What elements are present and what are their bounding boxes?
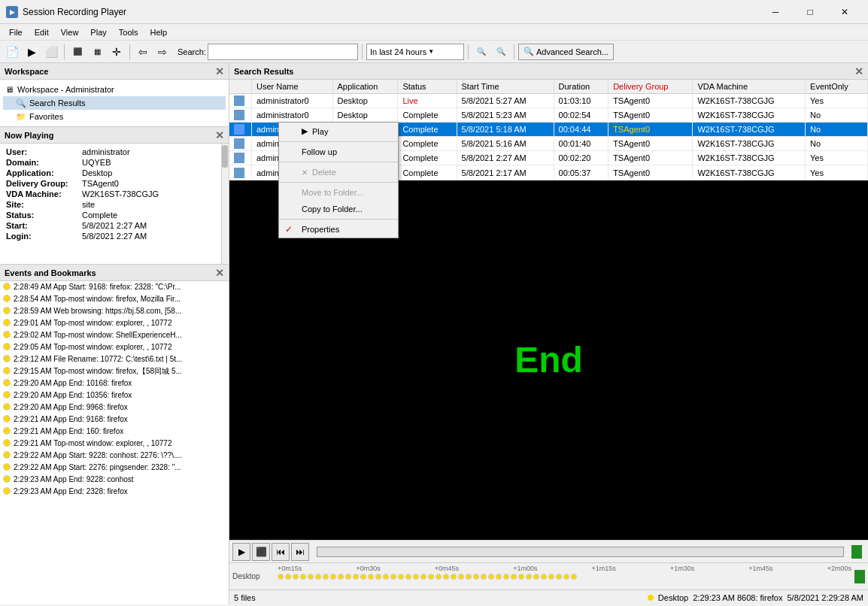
minimize-button[interactable]: ─ xyxy=(758,0,793,24)
toolbar-btn-8[interactable]: ⇨ xyxy=(153,43,171,61)
tree-label-workspace: Workspace - Administrator xyxy=(17,85,114,94)
workspace-close-button[interactable]: ✕ xyxy=(215,65,224,77)
timeline-dot xyxy=(300,574,306,580)
fast-forward-button[interactable]: ⏭ xyxy=(291,543,309,561)
workspace-title: Workspace xyxy=(5,67,49,76)
now-playing-scrollbar[interactable] xyxy=(221,144,229,264)
search-input[interactable] xyxy=(208,44,358,60)
list-item[interactable]: 2:29:23 AM App End: 9228: conhost xyxy=(0,474,229,486)
table-row[interactable]: administrator0 Desktop Complete 5/8/2021… xyxy=(229,108,868,123)
adv-search-label: Advanced Search... xyxy=(536,47,609,56)
timeline-dot xyxy=(443,574,449,580)
close-button[interactable]: ✕ xyxy=(827,0,862,24)
play-button[interactable]: ▶ xyxy=(232,543,250,561)
now-playing-close-button[interactable]: ✕ xyxy=(215,129,224,141)
status-dot-icon xyxy=(648,595,654,601)
col-header-status[interactable]: Status xyxy=(398,80,457,94)
col-header-starttime[interactable]: Start Time xyxy=(457,80,554,94)
col-header-deliverygroup[interactable]: Delivery Group xyxy=(609,80,693,94)
col-header-username[interactable]: User Name xyxy=(252,80,333,94)
tree-item-search-results[interactable]: 🔍 Search Results xyxy=(3,96,226,110)
rewind-button[interactable]: ⏮ xyxy=(272,543,290,561)
timeline-dot xyxy=(563,574,569,580)
tl-label-1: +0m15s xyxy=(278,565,302,572)
menu-view[interactable]: View xyxy=(55,26,85,38)
menu-play[interactable]: Play xyxy=(84,26,112,38)
menu-edit[interactable]: Edit xyxy=(29,26,55,38)
col-header-application[interactable]: Application xyxy=(332,80,398,94)
menu-help[interactable]: Help xyxy=(144,26,173,38)
stop-button[interactable]: ⬛ xyxy=(252,543,270,561)
toolbar-btn-5[interactable]: ▦ xyxy=(88,43,106,61)
event-dot-icon xyxy=(3,439,11,447)
toolbar-separator-5 xyxy=(514,44,514,59)
context-copy-label: Copy to Folder... xyxy=(302,205,363,214)
toolbar-btn-9[interactable]: 🔍 xyxy=(472,43,490,61)
list-item[interactable]: 2:29:21 AM App End: 160: firefox xyxy=(0,426,229,438)
list-item[interactable]: 2:28:59 AM Web browsing: https://bj.58.c… xyxy=(0,305,229,317)
toolbar-btn-7[interactable]: ⇦ xyxy=(134,43,152,61)
np-start-label: Start: xyxy=(6,221,77,230)
list-item[interactable]: 2:29:05 AM Top-most window: explorer, , … xyxy=(0,341,229,353)
list-item[interactable]: 2:29:21 AM Top-most window: explorer, , … xyxy=(0,438,229,450)
menu-file[interactable]: File xyxy=(3,26,29,38)
tree-item-workspace[interactable]: 🖥 Workspace - Administrator xyxy=(3,83,226,96)
timeline-dot xyxy=(526,574,532,580)
list-item[interactable]: 2:29:23 AM App End: 2328: firefox xyxy=(0,486,229,498)
list-item[interactable]: 2:29:22 AM App Start: 2276: pingsender: … xyxy=(0,462,229,474)
timeline-dot xyxy=(458,574,464,580)
timeline-end-marker xyxy=(851,545,862,559)
maximize-button[interactable]: □ xyxy=(793,0,827,24)
list-item[interactable]: 2:29:22 AM App Start: 9228: conhost: 227… xyxy=(0,450,229,462)
list-item[interactable]: 2:28:49 AM App Start: 9168: firefox: 232… xyxy=(0,281,229,293)
context-menu-followup[interactable]: Follow up xyxy=(279,144,398,160)
timeline-dot xyxy=(405,574,411,580)
np-site-row: Site: site xyxy=(6,199,223,210)
col-header-vda[interactable]: VDA Machine xyxy=(693,80,806,94)
progress-bar[interactable] xyxy=(317,547,844,557)
list-item[interactable]: 2:29:15 AM Top-most window: firefox,【58同… xyxy=(0,365,229,377)
list-item[interactable]: 2:29:12 AM File Rename: 10772: C:\test\6… xyxy=(0,353,229,365)
list-item[interactable]: 2:29:20 AM App End: 10168: firefox xyxy=(0,377,229,389)
np-vda-label: VDA Machine: xyxy=(6,189,77,198)
context-menu-play[interactable]: ▶ Play xyxy=(279,123,398,140)
properties-check-icon: ✓ xyxy=(285,224,293,235)
list-item[interactable]: 2:28:54 AM Top-most window: firefox, Moz… xyxy=(0,293,229,305)
event-text: 2:29:20 AM App End: 9968: firefox xyxy=(14,402,128,413)
tree-item-favorites[interactable]: 📁 Favorites xyxy=(3,110,226,123)
file-count-label: 5 files xyxy=(234,593,256,602)
toolbar-btn-2[interactable]: ▶ xyxy=(23,43,41,61)
timeline-end-flag xyxy=(854,570,865,583)
table-row[interactable]: administrator0 Desktop Live 5/8/2021 5:2… xyxy=(229,94,868,108)
np-login-value: 5/8/2021 2:27 AM xyxy=(82,232,147,241)
search-results-close-button[interactable]: ✕ xyxy=(854,65,863,77)
context-menu-move-folder: Move to Folder... xyxy=(279,184,398,201)
list-item[interactable]: 2:29:20 AM App End: 9968: firefox xyxy=(0,401,229,414)
list-item[interactable]: 2:29:02 AM Top-most window: ShellExperie… xyxy=(0,329,229,341)
menu-tools[interactable]: Tools xyxy=(113,26,144,38)
row-icon-cell xyxy=(229,94,252,108)
advanced-search-button[interactable]: 🔍 Advanced Search... xyxy=(518,44,614,60)
status-right: Desktop 2:29:23 AM 8608: firefox 5/8/202… xyxy=(648,593,863,602)
timeline-dot xyxy=(360,574,366,580)
toolbar-btn-3[interactable]: ⬜ xyxy=(42,43,60,61)
list-item[interactable]: 2:29:01 AM Top-most window: explorer, , … xyxy=(0,317,229,329)
col-header-eventonly[interactable]: EventOnly xyxy=(806,80,868,94)
event-text: 2:29:21 AM App End: 9168: firefox xyxy=(14,414,128,425)
timeline[interactable]: Desktop +0m15s +0m30s +0m45s +1m00s +1m1… xyxy=(229,562,868,589)
list-item[interactable]: 2:29:21 AM App End: 9168: firefox xyxy=(0,414,229,426)
context-menu-copy-folder[interactable]: Copy to Folder... xyxy=(279,201,398,217)
toolbar-btn-1[interactable]: 📄 xyxy=(3,43,21,61)
toolbar-btn-4[interactable]: ⬛ xyxy=(68,43,86,61)
app-icon: ▶ xyxy=(6,6,18,18)
list-item[interactable]: 2:29:20 AM App End: 10356: firefox xyxy=(0,389,229,401)
np-delivery-row: Delivery Group: TSAgent0 xyxy=(6,178,223,189)
toolbar-btn-6[interactable]: ✛ xyxy=(108,43,126,61)
time-filter-dropdown[interactable]: In last 24 hours ▼ xyxy=(366,44,464,60)
context-menu-properties[interactable]: ✓ Properties xyxy=(279,221,398,238)
events-close-button[interactable]: ✕ xyxy=(215,267,224,279)
toolbar-btn-10[interactable]: 🔍 xyxy=(492,43,510,61)
col-header-duration[interactable]: Duration xyxy=(554,80,609,94)
event-dot-icon xyxy=(3,427,11,435)
tl-label-7: +1m45s xyxy=(748,565,772,572)
